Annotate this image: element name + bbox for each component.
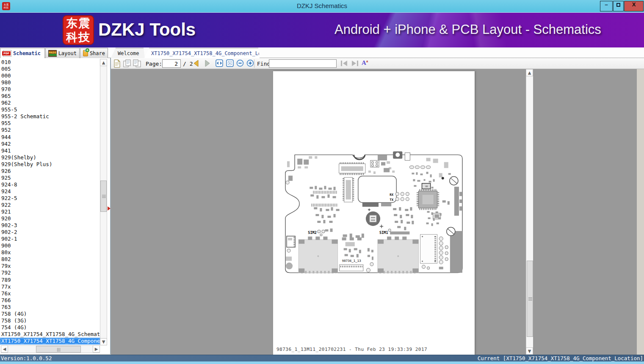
- document-viewport[interactable]: SIM2 SIM1 RX TX 98736_1_13 98736_1_13M11…: [111, 69, 637, 355]
- close-button[interactable]: X: [624, 1, 644, 11]
- list-item[interactable]: 766: [0, 297, 100, 304]
- page-single-icon[interactable]: [113, 59, 121, 68]
- banner-tagline: Android + iPhone & PCB Layout - Schemati…: [334, 22, 601, 37]
- version-text: Version:1.0.0.52: [1, 355, 52, 361]
- list-item[interactable]: 924: [0, 188, 100, 195]
- list-item[interactable]: 902-3: [0, 222, 100, 229]
- list-item[interactable]: 980: [0, 79, 100, 86]
- status-bar: Version:1.0.0.52 Current [XT1750_X71754_…: [0, 355, 644, 361]
- list-item[interactable]: 926: [0, 168, 100, 175]
- list-item[interactable]: 920: [0, 215, 100, 222]
- pdf-toolbar: Page: / 2 Find: Aa: [111, 58, 644, 69]
- tab-layout[interactable]: PADS Layout: [45, 48, 80, 58]
- list-item[interactable]: 925: [0, 175, 100, 181]
- tab-close-icon[interactable]: x: [283, 51, 286, 56]
- page-number-input[interactable]: [162, 59, 181, 68]
- maximize-icon: [616, 3, 620, 7]
- list-item[interactable]: 970: [0, 86, 100, 93]
- scroll-down-icon[interactable]: ▼: [100, 338, 107, 345]
- list-item[interactable]: 941: [0, 147, 100, 154]
- scroll-down-icon[interactable]: ▼: [526, 347, 533, 355]
- list-item[interactable]: 802: [0, 256, 100, 263]
- list-item[interactable]: 962: [0, 100, 100, 106]
- list-item[interactable]: 955-2 Schematic: [0, 113, 100, 120]
- list-item[interactable]: 902-2: [0, 229, 100, 236]
- logo-line1: 东震: [64, 16, 93, 30]
- list-item[interactable]: 010: [0, 59, 100, 66]
- pcb-image: SIM2 SIM1 RX TX 98736_1_13: [283, 149, 465, 276]
- tab-welcome[interactable]: Welcome: [111, 48, 145, 58]
- document-vertical-scrollbar[interactable]: ▲ ▼: [526, 69, 533, 355]
- sidebar-vertical-scrollbar[interactable]: ▲ ▼: [100, 59, 107, 345]
- tab-document-label: XT1750_X71754_XT1758_4G_Component_Locati…: [151, 50, 279, 56]
- page-footer-text: 98736_1_13M11_201702231 - Thu Feb 23 19:…: [276, 347, 427, 352]
- prev-page-icon[interactable]: [192, 59, 200, 67]
- page-copy-flip-icon[interactable]: [133, 59, 141, 68]
- list-item[interactable]: 955: [0, 120, 100, 127]
- list-item[interactable]: 924-8: [0, 181, 100, 188]
- list-item[interactable]: 77x: [0, 283, 100, 290]
- list-item[interactable]: 754 (4G): [0, 324, 100, 331]
- tab-share[interactable]: + Share: [80, 48, 108, 58]
- find-next-icon[interactable]: [350, 59, 359, 67]
- list-item[interactable]: XT1750_X71754_XT1758_4G_Schematics: [0, 331, 100, 338]
- list-item[interactable]: XT1750_X71754_XT1758_4G_Component_Locati…: [0, 338, 100, 345]
- scrollbar-thumb[interactable]: [527, 261, 533, 337]
- scrollbar-thumb[interactable]: [36, 346, 81, 353]
- scroll-right-icon[interactable]: ▶: [93, 345, 100, 353]
- sim2-label: SIM2: [308, 231, 317, 235]
- maximize-button[interactable]: [613, 1, 624, 11]
- zoom-in-icon[interactable]: [246, 59, 254, 67]
- find-input[interactable]: [269, 59, 337, 68]
- list-item[interactable]: 000: [0, 72, 100, 79]
- list-item[interactable]: 789: [0, 277, 100, 283]
- list-item[interactable]: 965: [0, 93, 100, 100]
- tab-schematic-label: Schematic: [13, 50, 41, 56]
- tab-document[interactable]: XT1750_X71754_XT1758_4G_Component_Locati…: [144, 48, 260, 58]
- list-item[interactable]: 929(Shelby): [0, 154, 100, 161]
- next-page-icon[interactable]: [204, 59, 211, 67]
- model-sidebar: 010005000980970965962955-5955-2 Schemati…: [0, 58, 111, 354]
- list-item[interactable]: 792: [0, 270, 100, 276]
- list-item[interactable]: 902-1: [0, 236, 100, 242]
- list-item[interactable]: 900: [0, 242, 100, 249]
- list-item[interactable]: 763: [0, 304, 100, 311]
- match-case-icon[interactable]: Aa: [362, 59, 368, 67]
- find-previous-icon[interactable]: [340, 59, 349, 67]
- list-item[interactable]: 952: [0, 127, 100, 133]
- tab-welcome-label: Welcome: [118, 50, 139, 56]
- scroll-up-icon[interactable]: ▲: [100, 59, 107, 66]
- fit-width-icon[interactable]: [216, 59, 223, 67]
- list-item[interactable]: 80x: [0, 249, 100, 256]
- scrollbar-thumb[interactable]: [100, 181, 107, 212]
- sim1-label: SIM1: [379, 231, 388, 235]
- list-item[interactable]: 955-5: [0, 106, 100, 113]
- logo-line2: 科技: [64, 30, 93, 44]
- list-item[interactable]: 005: [0, 66, 100, 72]
- list-item[interactable]: 76x: [0, 290, 100, 297]
- banner: 东震 科技 DZKJ Tools Android + iPhone & PCB …: [0, 13, 644, 47]
- fit-page-icon[interactable]: [226, 59, 234, 67]
- current-document-text: Current [XT1750_X71754_XT1758_4G_Compone…: [478, 355, 643, 361]
- page-copy-icon[interactable]: [123, 59, 131, 68]
- toolbar-separator: [254, 59, 254, 68]
- list-item[interactable]: 758 (4G): [0, 311, 100, 317]
- page-label: Page:: [146, 61, 162, 67]
- list-item[interactable]: 929(Shelby Plus): [0, 161, 100, 168]
- brand-logo: 东震 科技: [63, 15, 94, 45]
- list-item[interactable]: 758 (3G): [0, 317, 100, 324]
- tab-layout-label: Layout: [58, 50, 77, 56]
- list-item[interactable]: 942: [0, 141, 100, 147]
- list-item[interactable]: 921: [0, 208, 100, 215]
- list-item[interactable]: 79x: [0, 263, 100, 270]
- minimize-button[interactable]: –: [600, 1, 613, 11]
- scroll-left-icon[interactable]: ◀: [1, 345, 8, 353]
- list-item[interactable]: 944: [0, 134, 100, 141]
- list-item[interactable]: 922: [0, 202, 100, 208]
- page-total: / 2: [183, 61, 193, 67]
- scroll-up-icon[interactable]: ▲: [526, 69, 533, 76]
- tab-schematic[interactable]: PDF Schematic: [0, 48, 45, 58]
- sidebar-horizontal-scrollbar[interactable]: ◀ ▶: [1, 345, 100, 353]
- zoom-out-icon[interactable]: [236, 59, 244, 67]
- list-item[interactable]: 922-5: [0, 195, 100, 202]
